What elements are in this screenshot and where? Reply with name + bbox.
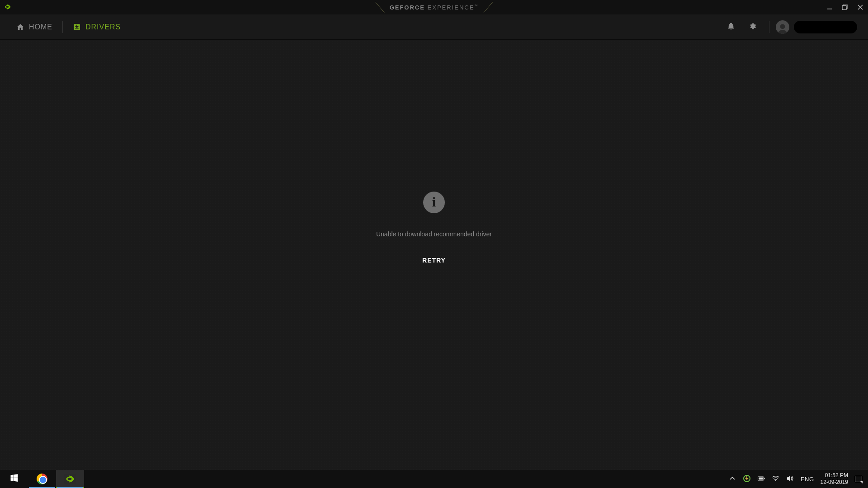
- window-controls: [822, 0, 868, 14]
- nav-separator-right: [769, 21, 769, 33]
- tray-wifi[interactable]: [772, 470, 780, 488]
- tray-language[interactable]: ENG: [801, 476, 814, 483]
- tray-time: 01:52 PM: [825, 472, 848, 479]
- tray-app-icon[interactable]: [743, 470, 751, 488]
- windows-taskbar: ENG 01:52 PM 12-09-2019: [0, 470, 868, 488]
- idm-icon: [743, 475, 750, 483]
- windows-icon: [9, 474, 19, 484]
- info-icon: i: [423, 192, 445, 213]
- settings-button[interactable]: [743, 14, 763, 40]
- close-button[interactable]: [853, 0, 868, 14]
- svg-point-10: [775, 480, 776, 481]
- tray-overflow-button[interactable]: [728, 470, 736, 488]
- tab-drivers-label: DRIVERS: [85, 23, 121, 31]
- error-panel: i Unable to download recommended driver …: [376, 192, 492, 264]
- geforce-experience-window: GEFORCE EXPERIENCE™ HOME: [0, 0, 868, 470]
- svg-rect-9: [759, 477, 763, 479]
- retry-button[interactable]: RETRY: [422, 257, 446, 264]
- brand-tm: ™: [474, 4, 478, 7]
- nvidia-icon: [64, 474, 76, 484]
- maximize-button[interactable]: [837, 0, 853, 14]
- tray-volume[interactable]: [786, 470, 794, 488]
- tray-battery[interactable]: [757, 470, 765, 488]
- navbar: HOME DRIVERS: [0, 14, 868, 40]
- svg-rect-4: [75, 28, 79, 29]
- brand-light: EXPERIENCE: [425, 4, 474, 11]
- svg-rect-0: [827, 9, 832, 9]
- tray-action-center[interactable]: [854, 470, 863, 488]
- home-icon: [16, 23, 24, 31]
- avatar: [776, 20, 789, 34]
- svg-rect-8: [764, 478, 765, 479]
- brand-bold: GEFORCE: [390, 4, 425, 11]
- system-tray: ENG 01:52 PM 12-09-2019: [723, 470, 868, 488]
- svg-point-5: [780, 24, 785, 29]
- profile-area[interactable]: [776, 20, 862, 34]
- gear-icon: [749, 22, 757, 32]
- wifi-icon: [772, 475, 779, 483]
- taskbar-app-geforce[interactable]: [56, 470, 84, 488]
- nvidia-logo-icon: [5, 5, 11, 10]
- volume-icon: [787, 475, 794, 483]
- notifications-button[interactable]: [721, 14, 741, 40]
- battery-icon: [758, 475, 765, 483]
- tab-home-label: HOME: [29, 23, 52, 31]
- tab-drivers[interactable]: DRIVERS: [63, 14, 131, 40]
- tray-date: 12-09-2019: [821, 479, 848, 486]
- app-title: GEFORCE EXPERIENCE™: [380, 0, 489, 14]
- action-center-icon: [855, 476, 862, 482]
- tab-home[interactable]: HOME: [6, 14, 62, 40]
- svg-rect-2: [842, 6, 846, 10]
- start-button[interactable]: [0, 470, 28, 488]
- chrome-icon: [37, 474, 47, 484]
- profile-name: [794, 21, 857, 33]
- tray-clock[interactable]: 01:52 PM 12-09-2019: [821, 472, 848, 486]
- content-area: i Unable to download recommended driver …: [0, 40, 868, 470]
- navbar-right: [721, 14, 862, 40]
- chevron-up-icon: [729, 475, 736, 483]
- download-icon: [73, 23, 81, 31]
- bell-icon: [727, 22, 735, 32]
- minimize-button[interactable]: [822, 0, 837, 14]
- titlebar[interactable]: GEFORCE EXPERIENCE™: [0, 0, 868, 14]
- taskbar-app-chrome[interactable]: [28, 470, 56, 488]
- error-message: Unable to download recommended driver: [376, 230, 492, 238]
